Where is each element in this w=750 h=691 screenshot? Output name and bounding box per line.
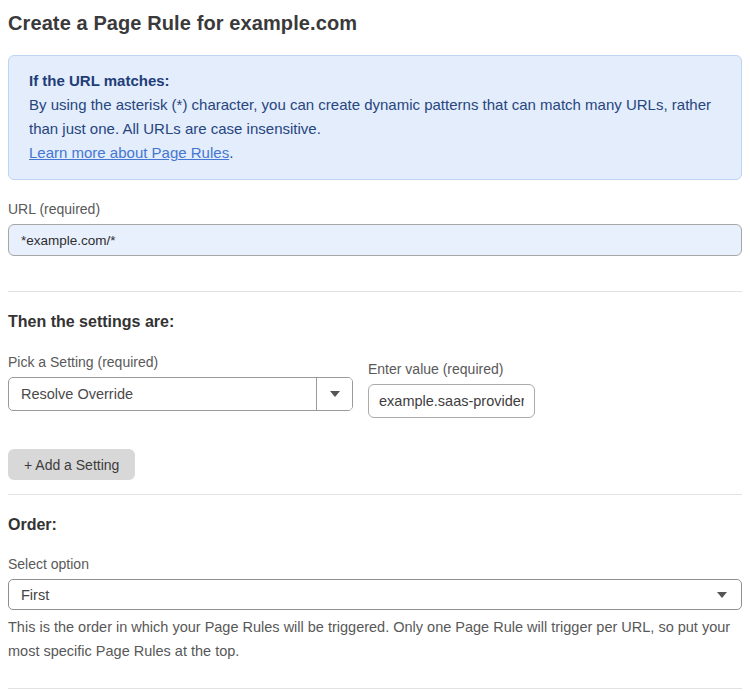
setting-select[interactable]: Resolve Override xyxy=(8,377,353,411)
order-select-label: Select option xyxy=(8,556,742,572)
settings-row: Pick a Setting (required) Resolve Overri… xyxy=(8,354,742,418)
chevron-down-icon xyxy=(717,592,727,598)
setting-select-arrow-button[interactable] xyxy=(316,378,352,410)
setting-select-label: Pick a Setting (required) xyxy=(8,354,353,370)
page-rule-form: Create a Page Rule for example.com If th… xyxy=(0,0,750,691)
order-section-heading: Order: xyxy=(8,516,742,534)
footer-divider xyxy=(8,688,742,689)
value-field-label: Enter value (required) xyxy=(368,361,535,377)
setting-column: Pick a Setting (required) Resolve Overri… xyxy=(8,354,353,418)
chevron-down-icon xyxy=(330,391,340,397)
setting-select-value: Resolve Override xyxy=(9,378,316,410)
page-title: Create a Page Rule for example.com xyxy=(8,12,742,35)
link-period: . xyxy=(229,144,233,161)
info-box-link-line: Learn more about Page Rules. xyxy=(29,141,721,165)
order-select-value: First xyxy=(21,587,49,603)
info-box-heading: If the URL matches: xyxy=(29,69,721,93)
order-select[interactable]: First xyxy=(8,579,742,610)
value-column: Enter value (required) xyxy=(368,361,535,418)
section-divider xyxy=(8,494,742,495)
section-divider xyxy=(8,291,742,292)
settings-section-heading: Then the settings are: xyxy=(8,313,742,331)
add-setting-button[interactable]: + Add a Setting xyxy=(8,449,135,480)
order-help-text: This is the order in which your Page Rul… xyxy=(8,615,742,663)
url-input[interactable] xyxy=(8,224,742,256)
setting-value-input[interactable] xyxy=(368,384,535,418)
learn-more-link[interactable]: Learn more about Page Rules xyxy=(29,144,229,161)
url-field-label: URL (required) xyxy=(8,201,742,217)
url-match-info-box: If the URL matches: By using the asteris… xyxy=(8,55,742,180)
info-box-body: By using the asterisk (*) character, you… xyxy=(29,93,721,141)
